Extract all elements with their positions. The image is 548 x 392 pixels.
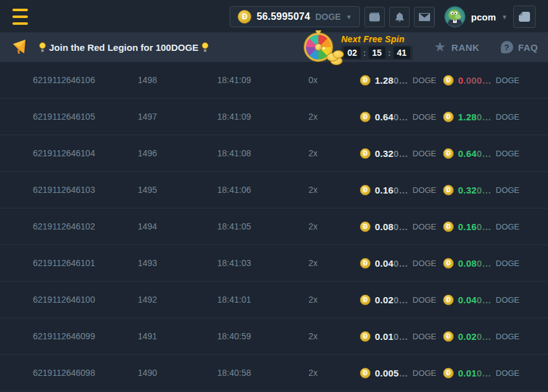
doge-coin-icon: Đ — [360, 75, 371, 86]
wallet-button[interactable] — [364, 7, 385, 27]
table-row[interactable]: 6219112646106 1498 18:41:09 0x Đ 1.280… … — [0, 62, 548, 99]
currency-label: DOGE — [413, 185, 436, 195]
bet-id: 6219112646106 — [33, 75, 138, 85]
bet-amount-cell: Đ 0.640… DOGE — [360, 112, 443, 122]
table-row[interactable]: 6219112646099 1491 18:40:59 2x Đ 0.010… … — [0, 318, 548, 355]
bet-multiplier: 2x — [308, 258, 360, 268]
bet-amount-cell: Đ 1.280… DOGE — [360, 75, 443, 86]
payout-amount: 1.280… — [458, 112, 492, 122]
currency-label: DOGE — [413, 112, 436, 122]
payout-cell: Đ 0.080… DOGE — [443, 258, 548, 269]
payout-cell: Đ 0.020… DOGE — [443, 331, 548, 342]
bell-icon — [395, 12, 405, 22]
currency-label: DOGE — [413, 332, 436, 341]
mail-icon — [419, 13, 430, 21]
doge-coin-icon: Đ — [360, 148, 371, 159]
question-icon: ? — [501, 41, 513, 53]
free-spin-widget[interactable]: ✦ Next Free Spin 02 : 15 : 41 — [304, 32, 413, 62]
announcement[interactable]: Join the Red Legion for 100DOGE — [38, 42, 209, 53]
star-icon: ★ — [434, 40, 446, 54]
bet-id: 6219112646102 — [33, 221, 138, 231]
bet-id: 6219112646104 — [33, 148, 138, 158]
balance-selector[interactable]: Đ 56.5995074 DOGE ▼ — [230, 6, 360, 27]
chat-icon — [518, 11, 531, 23]
bet-round: 1494 — [138, 221, 217, 231]
bet-round: 1492 — [138, 295, 217, 305]
bet-time: 18:40:59 — [217, 331, 308, 341]
currency-label: DOGE — [496, 185, 519, 195]
bet-time: 18:41:06 — [217, 185, 308, 195]
announcement-banner: Join the Red Legion for 100DOGE ✦ Next F… — [0, 32, 548, 62]
doge-coin-icon: Đ — [360, 295, 371, 305]
bet-amount-cell: Đ 0.005… DOGE — [360, 368, 443, 378]
payout-amount: 0.000… — [458, 75, 492, 86]
doge-coin-icon: Đ — [443, 185, 454, 195]
bet-time: 18:41:01 — [217, 295, 308, 305]
bet-amount: 0.640… — [375, 112, 408, 122]
menu-button[interactable] — [12, 9, 28, 25]
faq-link[interactable]: ? FAQ — [501, 41, 538, 53]
balance-currency: DOGE — [315, 12, 341, 22]
currency-label: DOGE — [496, 295, 519, 305]
payout-amount: 0.320… — [458, 185, 492, 195]
currency-label: DOGE — [496, 368, 519, 378]
bet-id: 6219112646100 — [33, 295, 138, 305]
bet-amount-cell: Đ 0.010… DOGE — [360, 331, 443, 342]
bet-id: 6219112646101 — [33, 258, 138, 268]
bet-multiplier: 2x — [308, 112, 360, 122]
currency-label: DOGE — [413, 368, 436, 378]
bet-round: 1491 — [138, 331, 217, 341]
spin-wheel-icon: ✦ — [304, 32, 339, 64]
rank-link[interactable]: ★ RANK — [434, 40, 480, 54]
doge-coin-icon: Đ — [238, 10, 251, 24]
bet-round: 1490 — [138, 368, 217, 378]
username[interactable]: pcom — [471, 12, 496, 22]
table-row[interactable]: 6219112646104 1496 18:41:08 2x Đ 0.320… … — [0, 135, 548, 172]
payout-cell: Đ 0.640… DOGE — [443, 148, 548, 159]
bet-amount-cell: Đ 0.080… DOGE — [360, 221, 443, 232]
bulb-icon — [201, 42, 209, 53]
nav-center: Đ 56.5995074 DOGE ▼ — [230, 6, 434, 27]
bet-time: 18:41:05 — [217, 221, 308, 231]
currency-label: DOGE — [413, 222, 436, 231]
table-row[interactable]: 6219112646098 1490 18:40:58 2x Đ 0.005… … — [0, 355, 548, 391]
table-row[interactable]: 6219112646101 1493 18:41:03 2x Đ 0.040… … — [0, 245, 548, 282]
bet-id: 6219112646105 — [33, 112, 138, 122]
chat-toggle-button[interactable] — [513, 6, 536, 28]
currency-label: DOGE — [496, 222, 519, 231]
payout-amount: 0.160… — [458, 221, 492, 232]
payout-cell: Đ 0.000… DOGE — [443, 75, 548, 86]
bet-amount-cell: Đ 0.020… DOGE — [360, 295, 443, 305]
bet-multiplier: 2x — [308, 148, 360, 158]
currency-label: DOGE — [413, 149, 436, 158]
bet-id: 6219112646098 — [33, 368, 138, 378]
bulb-icon — [38, 42, 47, 53]
announcement-text: Join the Red Legion for 100DOGE — [49, 42, 199, 53]
nav-user-area: pcom ▼ — [434, 6, 536, 28]
table-row[interactable]: 6219112646103 1495 18:41:06 2x Đ 0.160… … — [0, 172, 548, 208]
payout-amount: 0.020… — [458, 331, 492, 342]
bet-multiplier: 2x — [308, 221, 360, 231]
messages-button[interactable] — [414, 7, 434, 27]
bet-amount: 0.020… — [375, 295, 408, 305]
table-row[interactable]: 6219112646102 1494 18:41:05 2x Đ 0.080… … — [0, 208, 548, 245]
countdown-seconds: 41 — [393, 47, 411, 59]
doge-coin-icon: Đ — [360, 112, 371, 122]
bet-multiplier: 2x — [308, 368, 360, 378]
notifications-button[interactable] — [389, 7, 410, 27]
doge-coin-icon: Đ — [360, 221, 371, 232]
bet-amount: 0.080… — [375, 221, 408, 232]
bet-id: 6219112646103 — [33, 185, 138, 195]
page: Đ 56.5995074 DOGE ▼ — [0, 0, 548, 392]
currency-label: DOGE — [496, 149, 519, 158]
bet-amount: 0.160… — [375, 185, 408, 195]
table-row[interactable]: 6219112646105 1497 18:41:09 2x Đ 0.640… … — [0, 99, 548, 135]
bet-round: 1498 — [138, 75, 217, 85]
doge-coin-icon: Đ — [443, 295, 454, 305]
table-row[interactable]: 6219112646100 1492 18:41:01 2x Đ 0.020… … — [0, 282, 548, 318]
bet-time: 18:41:03 — [217, 258, 308, 268]
payout-amount: 0.040… — [458, 295, 492, 305]
spin-countdown: 02 : 15 : 41 — [341, 45, 413, 60]
avatar[interactable] — [444, 6, 465, 27]
bet-amount-cell: Đ 0.040… DOGE — [360, 258, 443, 269]
